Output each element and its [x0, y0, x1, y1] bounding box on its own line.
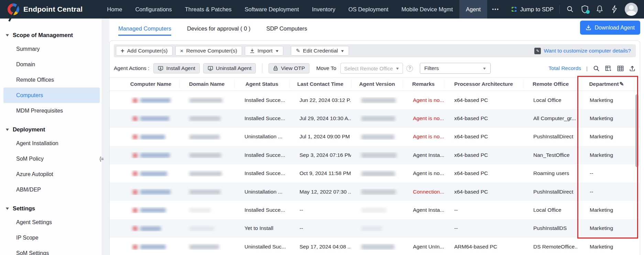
table-row[interactable]: Uninstallation ...Jul 1, 2024 09:00 PMAg… [110, 128, 640, 146]
table-row[interactable]: Installed Succe...Oct 9, 2024 11:58 PMAg… [110, 164, 640, 183]
help-icon[interactable]: ? [406, 65, 413, 72]
cell-domain-name [179, 115, 234, 121]
sidebar-item-computers[interactable]: Computers [3, 88, 100, 103]
import-button[interactable]: Import ▼ [245, 46, 284, 56]
search-icon[interactable] [566, 5, 575, 14]
main-navigation: HomeConfigurationsThreats & PatchesSoftw… [100, 0, 487, 19]
uninstall-agent-button[interactable]: Uninstall Agent [203, 63, 256, 73]
tab-managed-computers[interactable]: Managed Computers [118, 21, 171, 36]
table-view-icon[interactable] [617, 65, 624, 72]
cell-domain-name [179, 244, 234, 250]
cell-computer-name[interactable] [122, 134, 179, 140]
edit-credential-button[interactable]: ✎ Edit Credential ▼ [291, 46, 349, 56]
table-row[interactable]: Installed Succe...--Agent Insta...--Loca… [110, 201, 640, 219]
jump-to-sdp-label: Jump to SDP [520, 6, 554, 13]
customize-details-link[interactable]: ✎ Want to customize computer details? [534, 48, 634, 54]
cell-remote-office: DS RemoteOffice... [523, 244, 578, 250]
cell-computer-name[interactable] [122, 225, 179, 231]
sidebar-item-som-settings[interactable]: SoM Settings [0, 245, 102, 255]
jump-to-sdp-button[interactable]: Jump to SDP [511, 6, 554, 13]
cell-agent-version [351, 189, 403, 195]
add-computers-button[interactable]: + Add Computer(s) [116, 46, 173, 56]
cell-computer-name[interactable] [122, 152, 179, 158]
download-agent-button[interactable]: Download Agent [580, 21, 640, 35]
nav-item-software-deployment[interactable]: Software Deployment [238, 0, 306, 19]
nav-item-home[interactable]: Home [100, 0, 129, 19]
computer-icon [133, 226, 138, 231]
add-column-icon[interactable] [605, 65, 612, 72]
cell-computer-name[interactable] [122, 170, 179, 176]
redacted-agent-version [361, 244, 394, 250]
export-icon[interactable] [629, 65, 636, 72]
column-header-processor-architecture[interactable]: Processor Architecture [444, 80, 523, 88]
nav-item-os-deployment[interactable]: OS Deployment [342, 0, 395, 19]
quick-actions-bolt-icon[interactable] [610, 5, 619, 14]
sidebar-item-summary[interactable]: Summary [0, 41, 102, 57]
cell-computer-name[interactable] [122, 244, 179, 250]
cell-computer-name[interactable] [122, 115, 179, 121]
nav-overflow-menu[interactable]: ••• [487, 7, 504, 12]
nav-item-configurations[interactable]: Configurations [129, 0, 178, 19]
redacted-domain-name [189, 135, 220, 139]
sidebar-header-settings[interactable]: ▼Settings [0, 202, 102, 215]
column-header-remarks[interactable]: Remarks [403, 80, 444, 88]
remote-office-select[interactable]: Select Remote Office ▼ [340, 63, 403, 74]
nav-item-mobile-device-mgmt[interactable]: Mobile Device Mgmt [395, 0, 459, 19]
table-row[interactable]: Installed Succe...Jul 29, 2024 10:30 A..… [110, 109, 640, 127]
cell-remarks: Agent is no... [403, 115, 444, 121]
nav-item-inventory[interactable]: Inventory [305, 0, 342, 19]
sidebar-item-agent-settings[interactable]: Agent Settings [0, 215, 102, 230]
sidebar-item-remote-offices[interactable]: Remote Offices [0, 72, 102, 88]
sidebar-item-mdm-prerequisites[interactable]: MDM Prerequisites [0, 103, 102, 118]
tab-devices-for-approval-0[interactable]: Devices for approval ( 0 ) [187, 21, 250, 36]
nav-item-agent[interactable]: Agent [459, 0, 487, 19]
user-avatar[interactable] [625, 3, 638, 16]
remove-computers-button[interactable]: × Remove Computer(s) [175, 46, 242, 56]
column-header-last-contact-time[interactable]: Last Contact Time [289, 80, 351, 88]
sidebar-header-deployment[interactable]: ▼Deployment [0, 123, 102, 136]
sidebar-item-abm-dep[interactable]: ABM/DEP [0, 182, 102, 197]
column-header-remote-office[interactable]: Remote Office [523, 80, 578, 88]
cell-department: Marketing [578, 97, 635, 103]
cell-last-contact-time: Jul 29, 2024 10:30 A... [289, 115, 351, 121]
column-header-department[interactable]: Department✎ [578, 80, 635, 88]
table-row[interactable]: Installed Succe...Jun 22, 2024 03:12 P..… [110, 91, 640, 109]
cell-computer-name[interactable] [122, 97, 179, 103]
sidebar-item-som-policy[interactable]: SoM Policy [0, 151, 102, 166]
cell-computer-name[interactable] [122, 207, 179, 213]
sidebar-item-agent-installation[interactable]: Agent Installation [0, 136, 102, 151]
notifications-bell-icon[interactable] [595, 5, 604, 14]
cell-remote-office: Local Office [523, 97, 578, 103]
sidebar-item-domain[interactable]: Domain [0, 57, 102, 72]
table-row[interactable]: Uninstalled Suc...Sep 17, 2024 04:08 ...… [110, 237, 640, 255]
sidebar-header-scope-of-management[interactable]: ▼Scope of Management [0, 29, 102, 41]
redacted-computer-name [140, 116, 169, 121]
agent-actions-label: Agent Actions : [114, 65, 149, 71]
column-header-computer-name[interactable]: Computer Name [122, 80, 179, 88]
column-header-agent-status[interactable]: Agent Status [234, 80, 289, 88]
table-scrollbar[interactable] [635, 94, 638, 167]
column-header-domain-name[interactable]: Domain Name [179, 80, 234, 88]
cell-processor-architecture: ARM64-based PC [444, 244, 523, 250]
department-edit-icon[interactable]: ✎ [620, 81, 624, 87]
add-computers-label: Add Computer(s) [127, 48, 168, 54]
total-records-link[interactable]: Total Records [548, 65, 581, 71]
sidebar-item-ip-scope[interactable]: IP Scope [0, 230, 102, 245]
table-search-icon[interactable] [593, 65, 600, 72]
security-shield-icon[interactable] [580, 5, 589, 14]
install-agent-button[interactable]: Install Agent [153, 63, 199, 73]
filters-dropdown[interactable]: Filters ▼ [420, 63, 491, 74]
table-row[interactable]: Uninstallation ...May 12, 2022 07:30 ...… [110, 183, 640, 201]
column-header-agent-version[interactable]: Agent Version [351, 80, 403, 88]
table-row[interactable]: Installed Succe...Sep 3, 2024 07:16 PMAg… [110, 146, 640, 164]
cell-computer-name[interactable] [122, 189, 179, 195]
nav-item-threats-patches[interactable]: Threats & Patches [178, 0, 238, 19]
sidebar-item-azure-autopilot[interactable]: Azure Autopilot [0, 166, 102, 182]
redacted-domain-name [189, 116, 220, 121]
sidebar-collapse-icon[interactable]: ⟨≡ [96, 154, 107, 164]
view-otp-button[interactable]: View OTP [269, 63, 309, 73]
table-row[interactable]: Yet to Install----PushInstallDSMarketing [110, 219, 640, 237]
content-gutter [102, 19, 109, 255]
computer-icon [133, 98, 138, 103]
tab-sdp-computers[interactable]: SDP Computers [266, 21, 307, 36]
